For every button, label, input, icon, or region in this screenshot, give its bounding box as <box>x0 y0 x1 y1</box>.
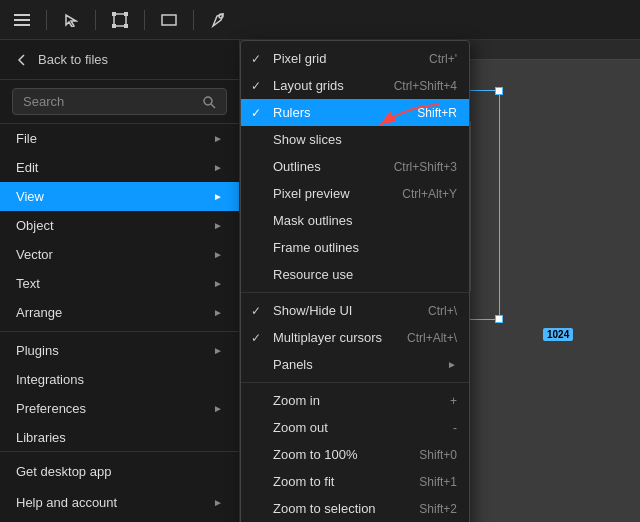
preferences-chevron-icon: ► <box>213 403 223 414</box>
dd-item-mask-outlines[interactable]: Mask outlines <box>241 207 469 234</box>
frame-size-badge: 1024 <box>543 328 573 341</box>
dd-item-pixel-preview[interactable]: Pixel preview Ctrl+Alt+Y <box>241 180 469 207</box>
menu-item-edit[interactable]: Edit ► <box>0 153 239 182</box>
menu-item-object[interactable]: Object ► <box>0 211 239 240</box>
toolbar <box>0 0 640 40</box>
dd-item-outlines[interactable]: Outlines Ctrl+Shift+3 <box>241 153 469 180</box>
pen-tool-icon[interactable] <box>204 6 232 34</box>
toolbar-sep-3 <box>144 10 145 30</box>
svg-rect-0 <box>14 14 30 16</box>
dd-item-resource-use[interactable]: Resource use <box>241 261 469 288</box>
back-arrow-icon <box>16 53 30 67</box>
svg-rect-2 <box>14 24 30 26</box>
edit-chevron-icon: ► <box>213 162 223 173</box>
dd-item-frame-outlines[interactable]: Frame outlines <box>241 234 469 261</box>
dd-divider-2 <box>241 382 469 383</box>
menu-item-preferences[interactable]: Preferences ► <box>0 394 239 423</box>
dd-item-zoom-in[interactable]: Zoom in + <box>241 387 469 414</box>
svg-rect-6 <box>124 12 128 16</box>
search-box[interactable]: Search <box>12 88 227 115</box>
dd-item-layout-grids[interactable]: ✓ Layout grids Ctrl+Shift+4 <box>241 72 469 99</box>
menu-icon[interactable] <box>8 6 36 34</box>
menu-item-help-account[interactable]: Help and account ► <box>0 487 239 518</box>
frame-handle-br[interactable] <box>495 315 503 323</box>
dd-item-zoom-fit[interactable]: Zoom to fit Shift+1 <box>241 468 469 495</box>
frame-handle-tr[interactable] <box>495 87 503 95</box>
menu-item-arrange[interactable]: Arrange ► <box>0 298 239 327</box>
svg-rect-9 <box>162 15 176 25</box>
menu-item-view[interactable]: View ► <box>0 182 239 211</box>
dd-item-multiplayer-cursors[interactable]: ✓ Multiplayer cursors Ctrl+Alt+\ <box>241 324 469 351</box>
search-icon <box>202 95 216 109</box>
rectangle-tool-icon[interactable] <box>155 6 183 34</box>
arrange-chevron-icon: ► <box>213 307 223 318</box>
toolbar-sep-2 <box>95 10 96 30</box>
back-to-files-label: Back to files <box>38 52 108 67</box>
svg-point-10 <box>219 14 223 18</box>
view-chevron-icon: ► <box>213 191 223 202</box>
search-container: Search <box>0 80 239 124</box>
dd-item-show-hide-ui[interactable]: ✓ Show/Hide UI Ctrl+\ <box>241 297 469 324</box>
back-to-files-button[interactable]: Back to files <box>0 40 239 80</box>
dd-item-zoom-out[interactable]: Zoom out - <box>241 414 469 441</box>
svg-marker-3 <box>66 15 76 27</box>
menu-item-vector[interactable]: Vector ► <box>0 240 239 269</box>
menu-item-plugins[interactable]: Plugins ► <box>0 336 239 365</box>
menu-item-desktop-app[interactable]: Get desktop app <box>0 456 239 487</box>
pixel-grid-check-icon: ✓ <box>251 52 261 66</box>
dd-item-panels[interactable]: Panels ► <box>241 351 469 378</box>
dropdown-menu: ✓ Pixel grid Ctrl+' ✓ Layout grids Ctrl+… <box>240 40 470 522</box>
dd-item-pixel-grid[interactable]: ✓ Pixel grid Ctrl+' <box>241 45 469 72</box>
frame-tool-icon[interactable] <box>106 6 134 34</box>
svg-rect-7 <box>112 24 116 28</box>
show-hide-ui-check-icon: ✓ <box>251 304 261 318</box>
plugins-chevron-icon: ► <box>213 345 223 356</box>
dd-divider-1 <box>241 292 469 293</box>
rulers-check-icon: ✓ <box>251 106 261 120</box>
svg-rect-8 <box>124 24 128 28</box>
dd-item-rulers[interactable]: ✓ Rulers Shift+R <box>241 99 469 126</box>
dd-item-show-slices[interactable]: Show slices <box>241 126 469 153</box>
menu-divider-1 <box>0 331 239 332</box>
toolbar-sep-1 <box>46 10 47 30</box>
object-chevron-icon: ► <box>213 220 223 231</box>
sidebar-bottom: Get desktop app Help and account ► <box>0 451 239 522</box>
cursor-tool-icon[interactable] <box>57 6 85 34</box>
menu-item-file[interactable]: File ► <box>0 124 239 153</box>
dd-item-zoom-selection[interactable]: Zoom to selection Shift+2 <box>241 495 469 522</box>
text-chevron-icon: ► <box>213 278 223 289</box>
dd-item-zoom-100[interactable]: Zoom to 100% Shift+0 <box>241 441 469 468</box>
file-chevron-icon: ► <box>213 133 223 144</box>
layout-grids-check-icon: ✓ <box>251 79 261 93</box>
svg-line-12 <box>211 104 215 108</box>
svg-rect-1 <box>14 19 30 21</box>
menu-item-integrations[interactable]: Integrations <box>0 365 239 394</box>
menu-item-libraries[interactable]: Libraries <box>0 423 239 451</box>
toolbar-sep-4 <box>193 10 194 30</box>
help-chevron-icon: ► <box>213 497 223 508</box>
vector-chevron-icon: ► <box>213 249 223 260</box>
search-placeholder: Search <box>23 94 64 109</box>
panels-chevron-icon: ► <box>447 359 457 370</box>
svg-point-11 <box>204 97 212 105</box>
menu-section-main: File ► Edit ► View ► Object ► Vector ► T… <box>0 124 239 451</box>
menu-item-text[interactable]: Text ► <box>0 269 239 298</box>
sidebar: Back to files Search File ► Edit ► View … <box>0 40 240 522</box>
svg-rect-5 <box>112 12 116 16</box>
multiplayer-check-icon: ✓ <box>251 331 261 345</box>
